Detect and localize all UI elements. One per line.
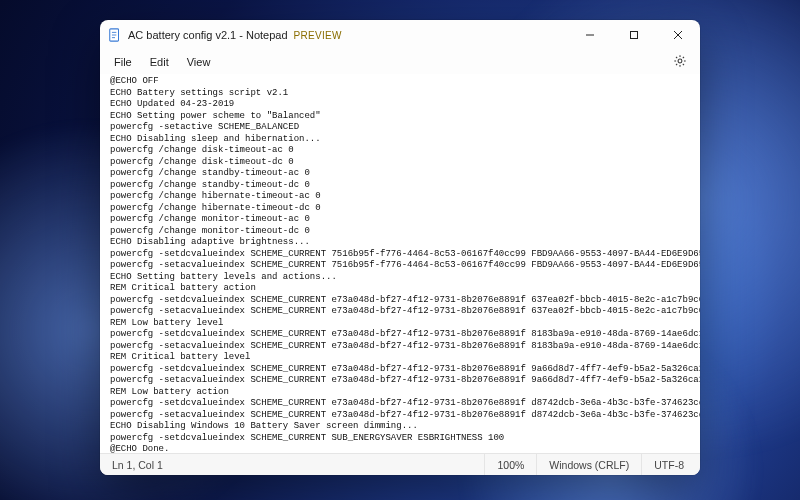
minimize-button[interactable] [568, 20, 612, 50]
menu-file[interactable]: File [106, 53, 140, 71]
gear-icon [673, 54, 687, 70]
status-line-ending[interactable]: Windows (CRLF) [536, 454, 641, 475]
svg-rect-5 [631, 32, 638, 39]
statusbar: Ln 1, Col 1 100% Windows (CRLF) UTF-8 [100, 453, 700, 475]
titlebar[interactable]: AC battery config v2.1 - Notepad PREVIEW [100, 20, 700, 50]
status-encoding[interactable]: UTF-8 [641, 454, 696, 475]
settings-button[interactable] [666, 51, 694, 73]
svg-point-8 [678, 59, 682, 63]
text-editor[interactable]: @ECHO OFF ECHO Battery settings script v… [100, 74, 700, 453]
menu-edit[interactable]: Edit [142, 53, 177, 71]
status-cursor[interactable]: Ln 1, Col 1 [104, 454, 175, 475]
app-icon [108, 28, 122, 42]
status-zoom[interactable]: 100% [484, 454, 536, 475]
preview-badge: PREVIEW [294, 30, 342, 41]
menubar: File Edit View [100, 50, 700, 74]
window-title: AC battery config v2.1 - Notepad [128, 29, 288, 41]
menu-view[interactable]: View [179, 53, 219, 71]
notepad-window: AC battery config v2.1 - Notepad PREVIEW… [100, 20, 700, 475]
close-button[interactable] [656, 20, 700, 50]
maximize-button[interactable] [612, 20, 656, 50]
